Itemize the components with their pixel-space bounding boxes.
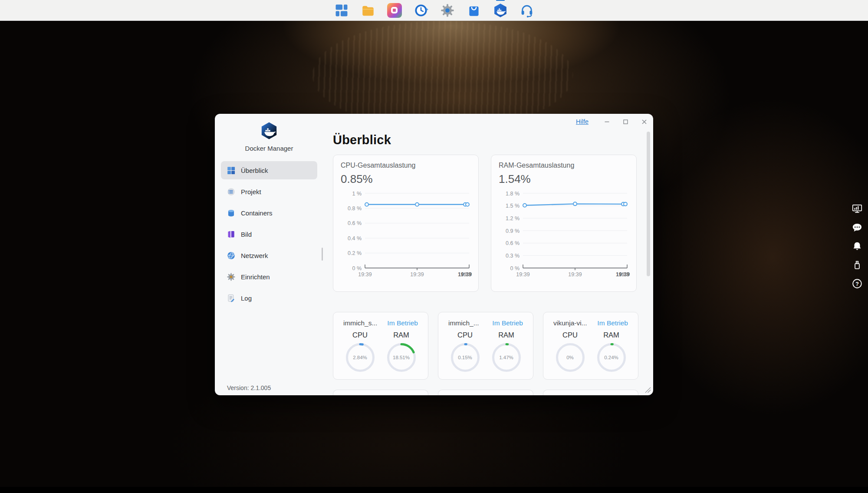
container-name: immich_s... bbox=[343, 319, 377, 327]
sidebar-scrollbar[interactable] bbox=[322, 248, 323, 261]
svg-text:19:39: 19:39 bbox=[410, 271, 424, 278]
sidebar-item-label: Einrichten bbox=[241, 273, 270, 281]
network-globe-icon bbox=[227, 251, 236, 260]
container-card-partial bbox=[438, 390, 533, 395]
svg-text:19:39: 19:39 bbox=[458, 271, 472, 278]
time-backup-clock-icon[interactable] bbox=[414, 3, 428, 18]
usage-charts-row: CPU-Gesamtauslastung 0.85% 1 %0.8 %0.6 %… bbox=[333, 155, 643, 292]
system-monitor-icon[interactable] bbox=[852, 203, 863, 215]
cpu-percent: 2.84% bbox=[344, 341, 376, 374]
ram-chart-value: 1.54% bbox=[499, 172, 629, 186]
svg-text:0.8 %: 0.8 % bbox=[348, 205, 362, 212]
overview-grid-icon bbox=[227, 166, 236, 175]
cpu-percent: 0% bbox=[554, 341, 586, 374]
minimize-button[interactable] bbox=[604, 119, 610, 125]
cpu-label: CPU bbox=[352, 331, 368, 339]
svg-text:0.6 %: 0.6 % bbox=[348, 220, 362, 226]
svg-text:0.9 %: 0.9 % bbox=[506, 228, 519, 234]
sidebar-item-bild[interactable]: Bild bbox=[221, 225, 317, 243]
main-scrollbar[interactable] bbox=[647, 132, 650, 276]
cpu-chart-title: CPU-Gesamtauslastung bbox=[341, 162, 471, 169]
app-store-bag-icon[interactable] bbox=[467, 3, 481, 18]
cpu-label: CPU bbox=[457, 331, 473, 339]
container-status: Im Betrieb bbox=[387, 319, 418, 327]
ram-percent: 1.47% bbox=[490, 341, 523, 374]
container-card-immich[interactable]: immich_... Im Betrieb CPU 0.15% RAM bbox=[438, 312, 533, 380]
docker-manager-window: Hilfe Docker Manager Überblick Projekt bbox=[215, 114, 653, 395]
svg-text:19:39: 19:39 bbox=[568, 271, 582, 278]
container-card-vikunja[interactable]: vikunja-vi... Im Betrieb CPU 0% RAM bbox=[543, 312, 638, 380]
svg-text:19:39: 19:39 bbox=[616, 271, 630, 278]
svg-text:1 %: 1 % bbox=[352, 191, 362, 197]
svg-text:1.5 %: 1.5 % bbox=[506, 203, 519, 209]
svg-text:1.8 %: 1.8 % bbox=[506, 191, 519, 197]
ram-usage-chart: 1.8 %1.5 %1.2 %0.9 %0.6 %0.3 %0 %19:3919… bbox=[499, 187, 630, 281]
ram-usage-card: RAM-Gesamtauslastung 1.54% 1.8 %1.5 %1.2… bbox=[491, 155, 637, 292]
container-status: Im Betrieb bbox=[492, 319, 523, 327]
ram-label: RAM bbox=[603, 331, 619, 339]
svg-text:0.6 %: 0.6 % bbox=[506, 240, 519, 246]
usb-device-icon[interactable] bbox=[852, 259, 863, 271]
sidebar-item-ueberblick[interactable]: Überblick bbox=[221, 161, 317, 179]
sidebar-item-label: Überblick bbox=[241, 167, 268, 174]
ram-gauge: 1.47% bbox=[490, 341, 523, 374]
help-icon[interactable]: ? bbox=[852, 278, 863, 289]
support-headset-icon[interactable] bbox=[519, 3, 534, 18]
container-card-partial bbox=[543, 390, 638, 395]
ram-label: RAM bbox=[393, 331, 409, 339]
desktop-side-icons: ? bbox=[852, 203, 863, 289]
window-titlebar: Hilfe bbox=[215, 114, 653, 129]
cpu-usage-card: CPU-Gesamtauslastung 0.85% 1 %0.8 %0.6 %… bbox=[333, 155, 479, 292]
taskbar bbox=[0, 0, 868, 21]
svg-text:19:39: 19:39 bbox=[358, 271, 372, 278]
sidebar-item-log[interactable]: Log bbox=[221, 289, 317, 307]
wallpaper-fur-texture bbox=[312, 21, 573, 129]
file-manager-icon[interactable] bbox=[361, 3, 375, 18]
sidebar-item-netzwerk[interactable]: Netzwerk bbox=[221, 246, 317, 265]
container-card-immich-s[interactable]: immich_s... Im Betrieb CPU 2.84% RAM bbox=[333, 312, 428, 380]
maximize-button[interactable] bbox=[623, 119, 628, 125]
page-title: Überblick bbox=[333, 133, 643, 147]
app-name: Docker Manager bbox=[215, 145, 323, 152]
notifications-bell-icon[interactable] bbox=[852, 241, 863, 252]
project-list-icon bbox=[227, 187, 236, 196]
active-app-indicator bbox=[496, 0, 505, 1]
containers-cylinder-icon bbox=[227, 208, 236, 218]
settings-gear-icon[interactable] bbox=[440, 3, 455, 18]
container-status: Im Betrieb bbox=[597, 319, 628, 327]
sidebar-item-containers[interactable]: Containers bbox=[221, 204, 317, 222]
version-label: Version: 2.1.005 bbox=[227, 384, 271, 391]
svg-text:0 %: 0 % bbox=[510, 265, 519, 271]
svg-text:19:39: 19:39 bbox=[516, 271, 529, 278]
ram-chart-title: RAM-Gesamtauslastung bbox=[499, 162, 629, 169]
ram-gauge: 0.24% bbox=[595, 341, 628, 374]
photos-icon[interactable] bbox=[387, 3, 402, 18]
window-resize-grip[interactable] bbox=[644, 386, 651, 394]
sidebar-item-label: Containers bbox=[241, 209, 273, 217]
chat-icon[interactable] bbox=[852, 222, 863, 233]
sidebar-item-label: Log bbox=[241, 294, 252, 302]
next-cards-row-partial bbox=[333, 390, 643, 395]
app-tiles-icon[interactable] bbox=[334, 3, 349, 18]
sidebar-item-label: Projekt bbox=[241, 188, 261, 195]
svg-text:?: ? bbox=[855, 281, 859, 287]
image-book-icon bbox=[227, 230, 236, 239]
sidebar-item-label: Bild bbox=[241, 231, 252, 238]
cpu-percent: 0.15% bbox=[449, 341, 481, 374]
help-link[interactable]: Hilfe bbox=[576, 118, 589, 125]
log-document-icon bbox=[227, 294, 236, 303]
docker-icon[interactable] bbox=[493, 3, 508, 18]
container-name: immich_... bbox=[448, 319, 479, 327]
cpu-gauge: 2.84% bbox=[344, 341, 376, 374]
sidebar-item-label: Netzwerk bbox=[241, 252, 268, 259]
ram-percent: 0.24% bbox=[595, 341, 628, 374]
svg-text:1.2 %: 1.2 % bbox=[506, 215, 519, 222]
ram-percent: 18.51% bbox=[385, 341, 418, 374]
svg-text:0.3 %: 0.3 % bbox=[506, 253, 519, 259]
sidebar: Docker Manager Überblick Projekt Contain… bbox=[215, 114, 323, 395]
close-button[interactable] bbox=[641, 119, 647, 125]
svg-text:0.2 %: 0.2 % bbox=[348, 250, 362, 256]
sidebar-item-projekt[interactable]: Projekt bbox=[221, 182, 317, 201]
sidebar-item-einrichten[interactable]: Einrichten bbox=[221, 268, 317, 286]
cpu-chart-value: 0.85% bbox=[341, 172, 471, 186]
